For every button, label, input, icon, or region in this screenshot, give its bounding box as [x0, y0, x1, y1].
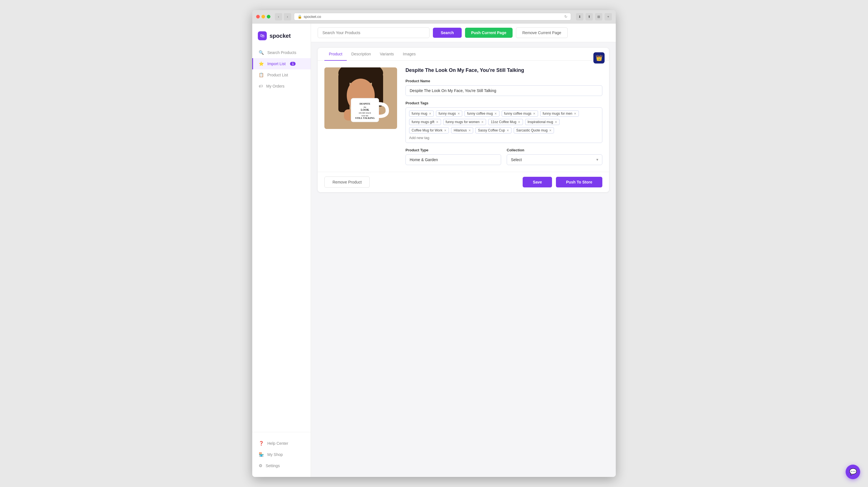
collection-select[interactable]: Select Collection 1 Collection 2	[507, 154, 602, 165]
product-panel: 👑 Product Description Variants Images	[311, 42, 616, 477]
bottom-nav: ❓ Help Center 🏪 My Shop ⚙ Settings	[252, 432, 311, 471]
remove-product-button[interactable]: Remove Product	[324, 177, 370, 188]
svg-text:YOU'RE: YOU'RE	[361, 115, 368, 117]
tag-funny-mug: funny mug ×	[409, 111, 434, 117]
tag-sassy-coffee-cup: Sassy Coffee Cup ×	[475, 127, 512, 133]
tag-remove-funny-mugs-gift[interactable]: ×	[436, 120, 438, 124]
sidebar-label-my-orders: My Orders	[266, 84, 284, 88]
tag-remove-funny-mugs-for-men[interactable]: ×	[574, 112, 576, 116]
back-button[interactable]: ‹	[275, 13, 282, 21]
list-icon: 📋	[259, 72, 264, 78]
tag-funny-mugs-for-women: funny mugs for women ×	[443, 119, 486, 125]
settings-icon: ⚙	[259, 463, 262, 468]
new-tab-button[interactable]: +	[604, 13, 612, 21]
product-name-input[interactable]	[405, 85, 602, 96]
search-input-wrap	[318, 27, 430, 38]
tabs-icon[interactable]: ⊞	[595, 13, 602, 21]
import-list-badge: 1	[290, 62, 296, 66]
close-button[interactable]	[256, 15, 260, 19]
tab-product[interactable]: Product	[324, 48, 347, 61]
browser-window: ‹ › 🔒 spocket.co ↻ ⬇ ⬆ ⊞ + 🛍 spocket 🔍	[252, 10, 616, 477]
product-title: Despite The Look On My Face, You're Stil…	[405, 67, 602, 73]
download-icon[interactable]: ⬇	[576, 13, 583, 21]
product-details-col: Despite The Look On My Face, You're Stil…	[405, 67, 602, 165]
tag-funny-coffee-mug: funny coffee mug ×	[464, 111, 499, 117]
panel-footer: Remove Product Save Push To Store	[318, 172, 609, 192]
tab-images[interactable]: Images	[399, 48, 420, 61]
reload-icon[interactable]: ↻	[564, 14, 567, 19]
svg-text:DESPITE: DESPITE	[360, 102, 371, 105]
tag-remove-inspirational-mug[interactable]: ×	[555, 120, 557, 124]
browser-titlebar: ‹ › 🔒 spocket.co ↻ ⬇ ⬆ ⊞ +	[252, 10, 616, 24]
tag-remove-funny-mugs[interactable]: ×	[458, 112, 460, 116]
tab-variants[interactable]: Variants	[375, 48, 398, 61]
orders-icon: 🏷	[259, 84, 263, 88]
sidebar-item-help-center[interactable]: ❓ Help Center	[252, 438, 311, 449]
tag-funny-mugs: funny mugs ×	[436, 111, 462, 117]
collection-select-wrap: Select Collection 1 Collection 2 ▼	[507, 154, 602, 165]
product-tags-label: Product Tags	[405, 101, 602, 105]
tag-remove-funny-mug[interactable]: ×	[429, 112, 431, 116]
tag-remove-sassy-coffee-cup[interactable]: ×	[507, 128, 509, 132]
push-to-store-button[interactable]: Push To Store	[556, 177, 602, 187]
browser-actions: ⬇ ⬆ ⊞ +	[576, 13, 612, 21]
sidebar-item-settings[interactable]: ⚙ Settings	[252, 460, 311, 471]
url-text: spocket.co	[304, 14, 321, 19]
forward-button[interactable]: ›	[284, 13, 291, 21]
minimize-button[interactable]	[261, 15, 265, 19]
tag-remove-funny-mugs-for-women[interactable]: ×	[481, 120, 484, 124]
collection-group: Collection Select Collection 1 Collectio…	[507, 148, 602, 165]
help-icon: ❓	[259, 441, 264, 446]
share-icon[interactable]: ⬆	[586, 13, 593, 21]
product-type-group: Product Type	[405, 148, 501, 165]
save-button[interactable]: Save	[523, 177, 552, 187]
tag-remove-11oz-coffee-mug[interactable]: ×	[518, 120, 520, 124]
lock-icon: 🔒	[298, 14, 302, 19]
search-icon: 🔍	[259, 50, 264, 55]
bottom-fields: Product Type Collection Select Collectio…	[405, 148, 602, 165]
product-image-col: DESPITE the LOOK ON MY FACE YOU'RE STILL…	[324, 67, 397, 165]
logo-area: 🛍 spocket	[252, 29, 311, 47]
panel-card: 👑 Product Description Variants Images	[318, 48, 609, 192]
collection-label: Collection	[507, 148, 602, 152]
tag-remove-hilarious[interactable]: ×	[468, 128, 471, 132]
sidebar-item-my-orders[interactable]: 🏷 My Orders	[252, 81, 311, 91]
product-name-label: Product Name	[405, 79, 602, 83]
tag-inspirational-mug: Inspirational mug ×	[525, 119, 560, 125]
product-type-input[interactable]	[405, 154, 501, 165]
sidebar-item-my-shop[interactable]: 🏪 My Shop	[252, 449, 311, 460]
sidebar-label-search-products: Search Products	[267, 50, 297, 55]
footer-right-actions: Save Push To Store	[523, 177, 602, 187]
remove-current-page-button[interactable]: Remove Current Page	[516, 27, 568, 38]
sidebar-label-my-shop: My Shop	[267, 452, 283, 457]
tag-hilarious: Hilarious ×	[451, 127, 473, 133]
tag-remove-coffee-mug-for-work[interactable]: ×	[444, 128, 446, 132]
sidebar-item-product-list[interactable]: 📋 Product List	[252, 69, 311, 81]
svg-text:the: the	[364, 106, 366, 108]
chat-bubble-button[interactable]: 💬	[846, 465, 860, 479]
tag-coffee-mug-for-work: Coffee Mug for Work ×	[409, 127, 449, 133]
maximize-button[interactable]	[267, 15, 271, 19]
app-container: 🛍 spocket 🔍 Search Products ⭐ Import Lis…	[252, 24, 616, 477]
push-current-page-button[interactable]: Push Current Page	[465, 28, 513, 38]
address-bar[interactable]: 🔒 spocket.co ↻	[294, 13, 571, 21]
search-input[interactable]	[318, 27, 430, 38]
crown-badge: 👑	[593, 52, 604, 63]
sidebar: 🛍 spocket 🔍 Search Products ⭐ Import Lis…	[252, 24, 311, 477]
product-image: DESPITE the LOOK ON MY FACE YOU'RE STILL…	[324, 67, 397, 129]
tag-add-input[interactable]	[409, 136, 456, 140]
tag-sarcastic-quote-mug: Sarcastic Quote mug ×	[514, 127, 554, 133]
sidebar-item-import-list[interactable]: ⭐ Import List 1	[252, 58, 311, 69]
sidebar-label-help-center: Help Center	[267, 441, 288, 446]
search-button[interactable]: Search	[433, 28, 462, 38]
tag-remove-funny-coffee-mug[interactable]: ×	[494, 112, 497, 116]
tag-remove-sarcastic-quote-mug[interactable]: ×	[549, 128, 552, 132]
sidebar-item-search-products[interactable]: 🔍 Search Products	[252, 47, 311, 58]
svg-text:LOOK: LOOK	[361, 108, 369, 111]
tabs-nav: Product Description Variants Images	[318, 48, 609, 61]
sidebar-label-settings: Settings	[266, 463, 280, 468]
sidebar-label-product-list: Product List	[267, 73, 288, 77]
tag-remove-funny-coffee-mugs[interactable]: ×	[533, 112, 535, 116]
tab-description[interactable]: Description	[347, 48, 375, 61]
product-content: DESPITE the LOOK ON MY FACE YOU'RE STILL…	[318, 61, 609, 172]
